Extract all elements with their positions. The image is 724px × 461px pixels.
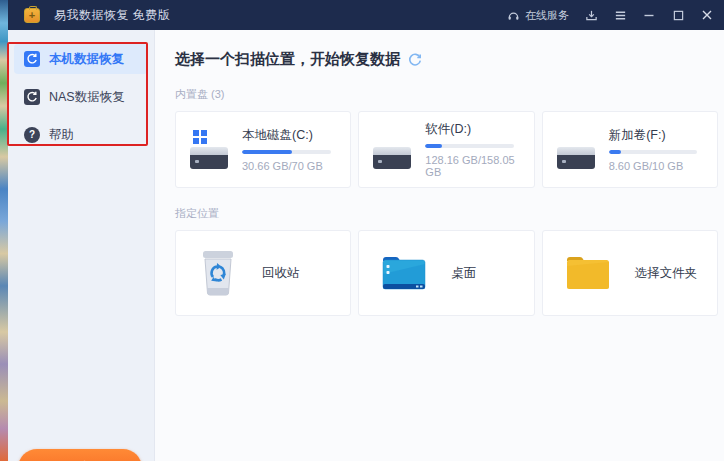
- drive-usage-bar: [609, 150, 698, 154]
- desktop-wallpaper-strip: [0, 0, 8, 461]
- minimize-button[interactable]: [642, 8, 656, 22]
- location-card-recycle-bin[interactable]: 回收站: [175, 230, 351, 316]
- drive-capacity: 8.60 GB/10 GB: [609, 160, 705, 172]
- internal-drives-row: 本地磁盘(C:) 30.66 GB/70 GB 软件(D:): [175, 111, 718, 188]
- titlebar: 易我数据恢复 免费版 在线服务: [8, 0, 724, 30]
- location-card-select-folder[interactable]: 选择文件夹: [542, 230, 718, 316]
- headset-icon: [507, 9, 520, 22]
- drive-card-c[interactable]: 本地磁盘(C:) 30.66 GB/70 GB: [175, 111, 351, 188]
- locations-row: 回收站: [175, 230, 718, 316]
- sidebar-item-label: NAS数据恢复: [49, 89, 125, 106]
- section-label-internal-drives: 内置盘 (3): [175, 87, 718, 102]
- location-card-desktop[interactable]: 桌面: [358, 230, 534, 316]
- app-logo-icon: [24, 8, 40, 23]
- nas-recovery-icon: [24, 89, 40, 105]
- local-disk-recovery-icon: [24, 51, 40, 67]
- drive-card-d[interactable]: 软件(D:) 128.16 GB/158.05 GB: [358, 111, 534, 188]
- main-content: 选择一个扫描位置，开始恢复数据 内置盘 (3): [155, 30, 724, 461]
- sidebar-item-help[interactable]: ? 帮助: [14, 120, 148, 150]
- hard-drive-icon: [373, 130, 413, 169]
- sidebar-item-nas-recovery[interactable]: NAS数据恢复: [14, 82, 148, 112]
- upgrade-button[interactable]: 升级: [18, 449, 142, 461]
- drive-name: 新加卷(F:): [609, 127, 705, 144]
- maximize-button[interactable]: [671, 8, 685, 22]
- drive-capacity: 30.66 GB/70 GB: [242, 160, 338, 172]
- close-button[interactable]: [700, 8, 714, 22]
- sidebar-item-label: 帮助: [49, 127, 74, 144]
- drive-usage-bar: [425, 144, 514, 148]
- online-service-button[interactable]: 在线服务: [507, 8, 569, 23]
- desktop-folder-icon: [381, 254, 427, 292]
- sidebar-item-label: 本机数据恢复: [49, 51, 124, 68]
- location-name: 选择文件夹: [635, 265, 698, 282]
- drive-usage-bar: [242, 150, 331, 154]
- location-name: 回收站: [262, 265, 300, 282]
- refresh-icon[interactable]: [408, 53, 422, 67]
- window-title: 易我数据恢复 免费版: [54, 7, 170, 24]
- app-window: 易我数据恢复 免费版 在线服务: [8, 0, 724, 461]
- windows-logo-icon: [193, 130, 207, 144]
- drive-name: 本地磁盘(C:): [242, 127, 338, 144]
- hard-drive-icon: [557, 130, 597, 169]
- location-name: 桌面: [451, 265, 476, 282]
- drive-name: 软件(D:): [425, 121, 521, 138]
- help-question-icon: ?: [24, 127, 40, 143]
- online-service-label: 在线服务: [525, 8, 569, 23]
- drive-capacity: 128.16 GB/158.05 GB: [425, 154, 521, 178]
- sidebar-item-local-recovery[interactable]: 本机数据恢复: [14, 44, 148, 74]
- recycle-bin-icon: [198, 250, 238, 296]
- page-title: 选择一个扫描位置，开始恢复数据: [175, 50, 400, 69]
- system-drive-icon: [190, 130, 230, 169]
- section-label-locations: 指定位置: [175, 206, 718, 221]
- menu-button[interactable]: [613, 8, 627, 22]
- drive-card-f[interactable]: 新加卷(F:) 8.60 GB/10 GB: [542, 111, 718, 188]
- download-button[interactable]: [584, 8, 598, 22]
- sidebar: 本机数据恢复 NAS数据恢复 ? 帮助: [8, 30, 155, 461]
- select-folder-icon: [565, 254, 611, 292]
